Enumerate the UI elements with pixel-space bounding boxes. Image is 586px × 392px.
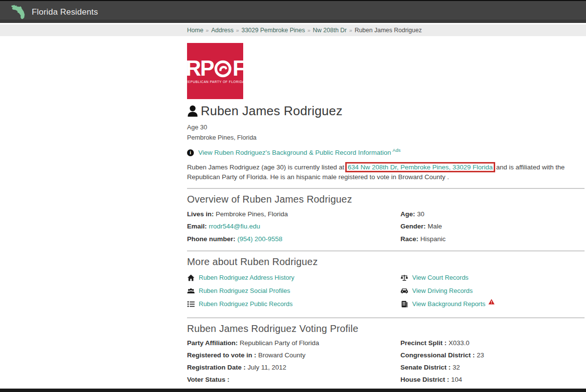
breadcrumb-separator: » bbox=[307, 27, 310, 33]
link-label: View Driving Records bbox=[412, 287, 473, 294]
registered-county-row: Registered to vote in :Broward County bbox=[187, 352, 400, 359]
registration-date-row: Registration Date :July 11, 2012 bbox=[187, 364, 400, 371]
bottom-dark-strip bbox=[0, 389, 586, 392]
background-ad-row: i View Ruben Rodriguez's Background & Pu… bbox=[187, 149, 585, 156]
person-heading-row: Ruben James Rodriguez bbox=[187, 103, 585, 119]
voter-status-row: Voter Status : bbox=[187, 376, 400, 383]
field-label: Precinct Split : bbox=[400, 339, 447, 347]
field-label: Phone number: bbox=[187, 235, 235, 243]
field-label: Congressional District : bbox=[400, 351, 475, 359]
field-value: 23 bbox=[477, 351, 484, 359]
breadcrumb-home[interactable]: Home bbox=[187, 27, 203, 34]
breadcrumb-street[interactable]: Nw 208th Dr bbox=[313, 27, 347, 34]
field-label: Email: bbox=[187, 223, 207, 230]
overview-section: Overview of Ruben James Rodriguez Lives … bbox=[187, 188, 585, 243]
warning-icon bbox=[488, 299, 495, 305]
app-header: Florida Residents bbox=[0, 0, 586, 23]
field-value: 104 bbox=[451, 376, 462, 383]
rpof-acronym-right: F bbox=[232, 59, 245, 78]
field-value: Male bbox=[428, 223, 442, 230]
field-value: 32 bbox=[453, 364, 460, 371]
field-label: House District : bbox=[400, 376, 449, 383]
people-icon bbox=[187, 287, 195, 295]
field-value: 30 bbox=[417, 210, 424, 218]
main-content: RP F REPUBLICAN PARTY OF FLORIDA Ruben J… bbox=[187, 43, 585, 392]
address-link-highlighted[interactable]: 634 Nw 208th Dr, Pembroke Pines, 33029 F… bbox=[345, 162, 495, 172]
field-label: Lives in: bbox=[187, 210, 214, 218]
field-label: Senate District : bbox=[400, 364, 451, 371]
address-history-link[interactable]: Ruben Rodriguez Address History bbox=[187, 274, 400, 282]
congressional-district-row: Congressional District :23 bbox=[400, 352, 585, 359]
field-value: Hispanic bbox=[420, 235, 446, 243]
rpof-acronym-left: RP bbox=[186, 59, 213, 78]
social-profiles-link[interactable]: Ruben Rodriguez Social Profiles bbox=[187, 287, 400, 295]
page-title: Ruben James Rodriguez bbox=[201, 103, 342, 119]
field-value: X033.0 bbox=[449, 339, 470, 347]
email-row: Email:rrodr544@fiu.edu bbox=[187, 223, 400, 230]
field-label: Voter Status : bbox=[187, 376, 230, 383]
field-label: Registration Date : bbox=[187, 364, 246, 371]
breadcrumb-separator: » bbox=[349, 27, 352, 33]
field-label: Race: bbox=[400, 235, 419, 243]
email-link[interactable]: rrodr544@fiu.edu bbox=[209, 223, 260, 230]
breadcrumb-address[interactable]: Address bbox=[211, 27, 233, 34]
breadcrumb-bar: Home»Address»33029 Pembroke Pines»Nw 208… bbox=[0, 24, 586, 36]
field-value: Republican Party of Florida bbox=[240, 339, 319, 347]
breadcrumb: Home»Address»33029 Pembroke Pines»Nw 208… bbox=[187, 27, 422, 34]
voting-right-column: Precinct Split :X033.0 Congressional Dis… bbox=[400, 334, 585, 392]
link-label: Ruben Rodriguez Social Profiles bbox=[199, 287, 290, 294]
overview-title: Overview of Ruben James Rodriguez bbox=[187, 194, 585, 205]
info-icon: i bbox=[187, 149, 194, 156]
race-row: Race:Hispanic bbox=[400, 236, 585, 243]
person-icon bbox=[187, 105, 198, 117]
field-value: Broward County bbox=[258, 351, 306, 359]
breadcrumb-separator: » bbox=[206, 27, 209, 33]
home-icon bbox=[187, 274, 195, 282]
rpof-elephant-o-icon bbox=[214, 60, 232, 78]
background-reports-link[interactable]: View Background Reports bbox=[400, 300, 585, 308]
court-records-link[interactable]: View Court Records bbox=[400, 274, 585, 282]
more-about-title: More about Ruben Rodriguez bbox=[187, 256, 585, 268]
age-line: Age 30 bbox=[187, 124, 585, 131]
report-icon bbox=[400, 300, 408, 308]
field-label: Gender: bbox=[400, 223, 426, 230]
rpof-acronym: RP F bbox=[186, 59, 245, 78]
summary-paragraph: Ruben James Rodriguez (age 30) is curren… bbox=[187, 163, 581, 182]
background-record-link[interactable]: View Ruben Rodriguez's Background & Publ… bbox=[198, 149, 391, 156]
voting-left-column: Party Affiliation:Republican Party of Fl… bbox=[187, 334, 400, 392]
florida-state-icon bbox=[11, 4, 25, 20]
car-icon bbox=[400, 287, 408, 295]
field-value: Pembroke Pines, Florida bbox=[216, 210, 288, 218]
more-about-section: More about Ruben Rodriguez Ruben Rodrigu… bbox=[187, 250, 585, 308]
link-label: Ruben Rodriguez Address History bbox=[199, 274, 294, 281]
app-title: Florida Residents bbox=[32, 7, 98, 17]
senate-district-row: Senate District :32 bbox=[400, 364, 585, 371]
scales-icon bbox=[400, 274, 408, 282]
phone-link[interactable]: (954) 200-9558 bbox=[237, 235, 282, 243]
ads-superscript: Ads bbox=[393, 147, 400, 153]
rpof-logo: RP F REPUBLICAN PARTY OF FLORIDA bbox=[187, 43, 243, 99]
voting-profile-section: Ruben James Rodriguez Voting Profile Par… bbox=[187, 317, 585, 392]
link-label: View Court Records bbox=[412, 274, 468, 281]
gender-row: Gender:Male bbox=[400, 223, 585, 230]
overview-right-column: Age:30 Gender:Male Race:Hispanic bbox=[400, 205, 585, 243]
summary-text-before: Ruben James Rodriguez (age 30) is curren… bbox=[187, 164, 344, 171]
breadcrumb-current-person: Ruben James Rodriguez bbox=[355, 27, 422, 34]
public-records-link[interactable]: Ruben Rodriguez Public Records bbox=[187, 300, 400, 308]
house-district-row: House District :104 bbox=[400, 376, 585, 383]
breadcrumb-zip-city[interactable]: 33029 Pembroke Pines bbox=[241, 27, 305, 34]
field-label: Registered to vote in : bbox=[187, 351, 256, 359]
more-about-left-column: Ruben Rodriguez Address History Ruben Ro… bbox=[187, 268, 400, 308]
link-label: View Background Reports bbox=[412, 300, 485, 308]
location-line: Pembroke Pines, Florida bbox=[187, 134, 585, 141]
voting-profile-title: Ruben James Rodriguez Voting Profile bbox=[187, 323, 585, 334]
driving-records-link[interactable]: View Driving Records bbox=[400, 287, 585, 295]
voting-columns: Party Affiliation:Republican Party of Fl… bbox=[187, 334, 585, 392]
precinct-split-row: Precinct Split :X033.0 bbox=[400, 340, 585, 347]
party-affiliation-row: Party Affiliation:Republican Party of Fl… bbox=[187, 340, 400, 347]
more-about-columns: Ruben Rodriguez Address History Ruben Ro… bbox=[187, 268, 585, 308]
breadcrumb-separator: » bbox=[236, 27, 239, 33]
phone-row: Phone number:(954) 200-9558 bbox=[187, 236, 400, 243]
more-about-right-column: View Court Records View Driving Records bbox=[400, 268, 585, 308]
age-row: Age:30 bbox=[400, 211, 585, 218]
